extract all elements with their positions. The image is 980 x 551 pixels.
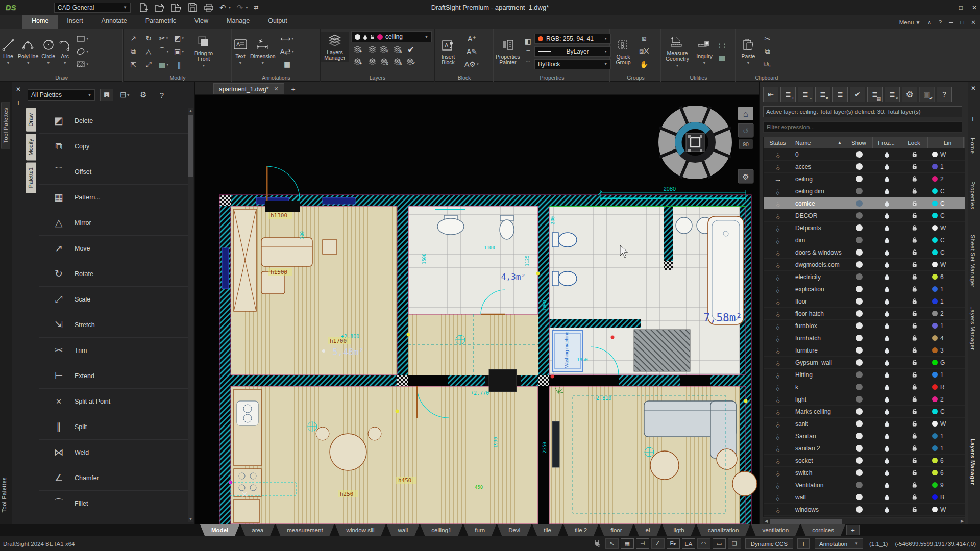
layer-tool-9[interactable]: a <box>394 58 402 66</box>
layer-status-icon[interactable]: ▫◇→ <box>764 507 792 513</box>
save-button[interactable] <box>187 2 198 13</box>
new-layer-button[interactable]: ≣+ <box>780 87 796 102</box>
side-tab-home[interactable]: Home <box>970 138 976 154</box>
layer-freeze-toggle[interactable] <box>873 420 900 427</box>
layer-freeze-toggle[interactable] <box>873 212 900 219</box>
layer-freeze-toggle[interactable] <box>873 494 900 500</box>
layer-color-cell[interactable]: C <box>928 212 964 219</box>
layers-stack-button[interactable]: ≣ <box>832 87 848 102</box>
smart-dimension-icon[interactable]: ⟷▼ <box>280 33 295 44</box>
layer-show-toggle[interactable] <box>845 359 873 366</box>
layer-status-icon[interactable]: ▫◇→ <box>764 164 792 170</box>
layer-status-icon[interactable]: ▫◇→ <box>764 360 792 366</box>
edit-group-icon[interactable]: ✋ <box>639 59 649 70</box>
layer-row-gypsum-wall[interactable]: ▫◇→ Gypsum_wall G <box>764 357 965 369</box>
layer-freeze-toggle[interactable] <box>873 457 900 464</box>
restore-button[interactable]: □ <box>959 4 963 11</box>
doc-minimize-icon[interactable]: ─ <box>949 19 953 26</box>
copy-icon[interactable]: ⧉ <box>764 46 771 57</box>
sheet-tab-model[interactable]: Model <box>200 524 239 536</box>
explode-icon[interactable]: ▣▼ <box>172 45 187 58</box>
fillet-icon[interactable]: ⌒▼ <box>156 45 172 58</box>
close-icon[interactable]: ✕ <box>274 86 278 92</box>
layer-show-toggle[interactable] <box>845 249 873 256</box>
dimension-button[interactable]: Dimension▼ <box>249 36 277 67</box>
side-tab-layers-manager[interactable]: Layers Manager <box>970 306 976 350</box>
sheet-tab-canalization[interactable]: canalization <box>697 524 750 536</box>
layer-lock-toggle[interactable] <box>900 396 928 403</box>
layer-tool-3[interactable]: ✳ <box>380 46 389 54</box>
palette-item-split[interactable]: ∥ Split <box>39 414 188 440</box>
menu-button[interactable]: Menu ▼ <box>899 19 921 26</box>
layer-lock-toggle[interactable] <box>900 469 928 476</box>
layer-color-cell[interactable]: 1 <box>928 322 964 330</box>
layer-lock-toggle[interactable] <box>900 163 928 170</box>
redo-button[interactable]: ↷ <box>237 3 243 12</box>
layer-status-icon[interactable]: ▫◇→ <box>764 237 792 243</box>
copy-icon[interactable]: ⧉ <box>126 45 141 58</box>
text-style-icon[interactable]: A⇄▼ <box>280 46 295 57</box>
layer-lock-toggle[interactable] <box>900 212 928 219</box>
measure-geometry-button[interactable]: Measure Geometry▼ <box>662 33 693 69</box>
layer-status-icon[interactable]: ▫◇→ <box>764 262 792 268</box>
layer-row-hitting[interactable]: ▫◇→ Hitting 1 <box>764 369 965 381</box>
select-matching-icon[interactable]: ⬚ <box>719 39 725 51</box>
layers-manager-button[interactable]: Layers Manager <box>321 32 349 62</box>
delete-layer-button[interactable]: ≣✕ <box>815 87 830 102</box>
pattern-icon[interactable]: ▦▼ <box>156 58 172 71</box>
layer-freeze-toggle[interactable] <box>873 249 900 256</box>
layer-status-icon[interactable]: ▫◇→ <box>764 201 792 207</box>
layer-status-icon[interactable]: ▫◇→ <box>764 175 792 183</box>
layer-show-toggle[interactable] <box>845 151 873 158</box>
layer-tool-10[interactable]: ✔ <box>406 58 416 66</box>
layer-freeze-toggle[interactable] <box>873 371 900 378</box>
layer-freeze-toggle[interactable] <box>873 188 900 194</box>
layer-lock-toggle[interactable] <box>900 347 928 354</box>
layer-show-toggle[interactable] <box>845 396 873 403</box>
define-block-icon[interactable]: A⁺ <box>464 33 479 44</box>
palette-item-copy[interactable]: ⧉ Copy <box>39 134 188 159</box>
palette-filter-dropdown[interactable]: All Palettes ▼ <box>28 89 95 101</box>
layer-color-cell[interactable]: B <box>928 494 964 501</box>
menu-tab-annotate[interactable]: Annotate <box>92 15 136 29</box>
layer-color-cell[interactable]: 9 <box>928 482 964 489</box>
layer-freeze-toggle[interactable] <box>873 298 900 305</box>
close-icon[interactable]: ✕ <box>14 86 22 94</box>
layer-show-toggle[interactable] <box>845 273 873 280</box>
column-status[interactable]: Status <box>764 137 792 148</box>
layer-row-marks-ceiling[interactable]: ▫◇→ Marks ceiling C <box>764 406 965 418</box>
layer-lock-toggle[interactable] <box>900 322 928 329</box>
layer-status-icon[interactable]: ▫◇→ <box>764 372 792 378</box>
rotate-icon[interactable]: ↻ <box>141 32 156 45</box>
collapse-ribbon-icon[interactable]: ∧ <box>928 19 932 25</box>
doc-close-icon[interactable]: ✕ <box>971 19 976 26</box>
layer-freeze-toggle[interactable] <box>873 433 900 439</box>
layer-status-icon[interactable]: ▫◇→ <box>764 225 792 231</box>
layer-color-cell[interactable]: C <box>928 408 964 415</box>
fill-icon[interactable]: ◧ <box>525 37 531 45</box>
layer-color-cell[interactable]: W <box>928 151 964 158</box>
scroll-down-icon[interactable]: ▼ <box>188 516 193 522</box>
layer-show-toggle[interactable] <box>845 286 873 292</box>
sheet-tab-ceiling1[interactable]: ceiling1 <box>420 524 462 536</box>
sheet-tab-ventilation[interactable]: ventilation <box>751 524 800 536</box>
layer-status-icon[interactable]: ▫◇→ <box>764 152 792 158</box>
layer-row-ceiling-dim[interactable]: ▫◇→ ceiling dim C <box>764 185 965 197</box>
layer-row-decor[interactable]: ▫◇→ DECOR C <box>764 210 965 222</box>
layer-status-icon[interactable]: ▫◇→ <box>764 311 792 317</box>
layer-show-toggle[interactable] <box>845 433 873 439</box>
minimize-button[interactable]: ─ <box>945 4 950 11</box>
calculator-icon[interactable]: ▦ <box>719 52 725 63</box>
layer-row-dim[interactable]: ▫◇→ dim C <box>764 234 965 246</box>
layer-show-toggle[interactable] <box>845 298 873 305</box>
layer-row-dwgmodels-com[interactable]: ▫◇→ dwgmodels.com W <box>764 259 965 271</box>
sheet-tab-wall[interactable]: wall <box>387 524 420 536</box>
help-icon[interactable]: ? <box>939 19 942 26</box>
palette-tab-palette1[interactable]: Palette1 <box>26 162 36 193</box>
add-sheet-button[interactable]: + <box>846 525 860 535</box>
close-button[interactable]: ✕ <box>972 4 977 11</box>
lineweight-dropdown[interactable]: ByLayer ▼ <box>534 46 611 57</box>
layer-lock-toggle[interactable] <box>900 445 928 452</box>
palette-item-stretch[interactable]: ⇲ Stretch <box>39 312 188 338</box>
layer-status-icon[interactable]: ▫◇→ <box>764 274 792 280</box>
